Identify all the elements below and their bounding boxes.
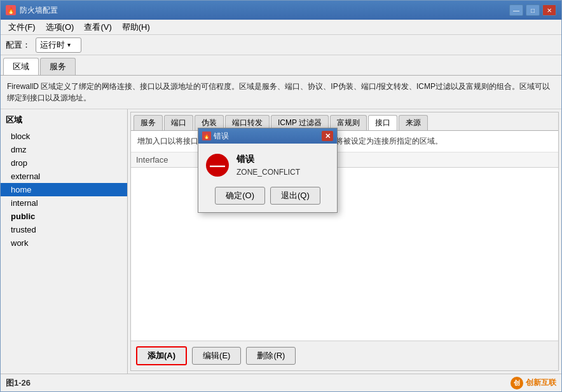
- dialog-close-button[interactable]: ✕: [322, 131, 333, 141]
- dialog-error-title: 错误: [236, 154, 300, 165]
- menu-options[interactable]: 选项(O): [41, 20, 79, 34]
- zone-section-title: 区域: [1, 112, 127, 130]
- close-button[interactable]: ✕: [542, 4, 556, 16]
- zone-item-public[interactable]: public: [1, 210, 127, 223]
- error-icon: —: [206, 154, 229, 177]
- maximize-button[interactable]: □: [526, 4, 540, 16]
- sub-tab-interface[interactable]: 接口: [368, 115, 397, 130]
- dialog-error-code: ZONE_CONFLICT: [236, 168, 300, 177]
- minimize-button[interactable]: —: [509, 4, 523, 16]
- menu-view[interactable]: 查看(V): [79, 20, 116, 34]
- delete-button[interactable]: 删除(R): [246, 347, 296, 365]
- dialog-text-group: 错误 ZONE_CONFLICT: [236, 154, 300, 177]
- dialog-icon-row: — 错误 ZONE_CONFLICT: [206, 154, 329, 177]
- tab-service[interactable]: 服务: [40, 58, 76, 75]
- zone-item-dmz[interactable]: dmz: [1, 143, 127, 156]
- config-label: 配置：: [6, 39, 31, 51]
- dialog-buttons: 确定(O) 退出(Q): [215, 187, 320, 205]
- window-title: 防火墙配置: [20, 5, 509, 16]
- zone-item-external[interactable]: external: [1, 170, 127, 183]
- sub-tab-source[interactable]: 来源: [399, 115, 428, 130]
- title-bar: 🔥 防火墙配置 — □ ✕: [1, 1, 561, 20]
- zone-item-work[interactable]: work: [1, 236, 127, 250]
- dialog-title-bar: 🔥 错误 ✕: [198, 128, 337, 144]
- footer-logo: 创 创新互联: [511, 377, 556, 389]
- zone-item-drop[interactable]: drop: [1, 156, 127, 170]
- zone-item-trusted[interactable]: trusted: [1, 223, 127, 236]
- sub-tabs: 服务 端口 伪装 端口转发 ICMP 过滤器 富规则 接口 来源: [131, 112, 558, 131]
- zone-item-internal[interactable]: internal: [1, 196, 127, 210]
- description-text: FirewallD 区域定义了绑定的网络连接、接口以及源地址的可信程度。区域是服…: [1, 76, 561, 109]
- tab-zone[interactable]: 区域: [3, 58, 39, 75]
- dialog-app-icon: 🔥: [202, 132, 211, 140]
- dialog-cancel-button[interactable]: 退出(Q): [270, 187, 320, 205]
- footer-label: 图1-26: [6, 377, 31, 389]
- edit-button[interactable]: 编辑(E): [192, 347, 241, 365]
- sub-tab-service[interactable]: 服务: [134, 115, 163, 130]
- dialog-body: — 错误 ZONE_CONFLICT 确定(O) 退出(Q): [198, 144, 337, 212]
- menu-file[interactable]: 文件(F): [3, 20, 41, 34]
- right-panel: 服务 端口 伪装 端口转发 ICMP 过滤器 富规则 接口 来源 增加入口以将接…: [130, 112, 559, 371]
- logo-text: 创新互联: [526, 377, 556, 388]
- main-window: 🔥 防火墙配置 — □ ✕ 文件(F) 选项(O) 查看(V) 帮助(H) 配置…: [0, 0, 562, 392]
- config-value: 运行时: [40, 39, 65, 51]
- menu-bar: 文件(F) 选项(O) 查看(V) 帮助(H): [1, 20, 561, 35]
- table-header: Interface Comment: [131, 152, 558, 168]
- sub-tab-port[interactable]: 端口: [164, 115, 193, 130]
- error-dialog: 🔥 错误 ✕ — 错误 ZONE_CONFLICT 确定(O) 退出(Q): [198, 128, 338, 213]
- config-bar: 配置： 运行时 ▾: [1, 35, 561, 55]
- interface-table: Interface Comment: [131, 152, 558, 341]
- zone-panel: 区域 block dmz drop external home internal…: [1, 109, 128, 374]
- logo-icon: 创: [511, 377, 523, 389]
- dropdown-arrow-icon: ▾: [67, 41, 71, 48]
- interface-info: 增加入口以将接口加入区域。若接口已经被连接占用，区域将被设定为连接所指定的区域。: [131, 131, 558, 152]
- zone-item-home[interactable]: home: [1, 183, 127, 196]
- add-button[interactable]: 添加(A): [136, 346, 187, 365]
- dialog-title-text: 错误: [214, 131, 229, 142]
- footer: 图1-26 创 创新互联: [1, 374, 561, 391]
- zone-item-block[interactable]: block: [1, 130, 127, 143]
- bottom-buttons: 添加(A) 编辑(E) 删除(R): [131, 341, 558, 370]
- window-controls: — □ ✕: [509, 4, 556, 16]
- dialog-confirm-button[interactable]: 确定(O): [215, 187, 265, 205]
- config-dropdown[interactable]: 运行时 ▾: [36, 37, 81, 53]
- app-icon: 🔥: [6, 5, 16, 15]
- main-tabs: 区域 服务: [1, 55, 561, 76]
- menu-help[interactable]: 帮助(H): [117, 20, 155, 34]
